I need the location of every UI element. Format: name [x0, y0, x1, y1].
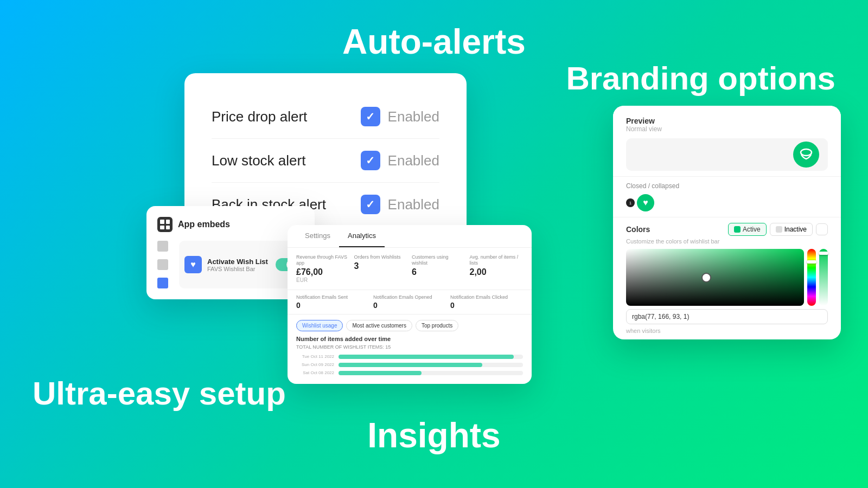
enabled-stock: Enabled: [388, 152, 439, 169]
stat-revenue: Revenue through FAVS app £76,00 EUR: [296, 254, 350, 283]
checkbox-stock[interactable]: ✓: [361, 151, 380, 170]
color-input-row: [626, 309, 828, 324]
notif-clicked: Notification Emails Clicked 0: [450, 294, 523, 310]
notif-sent-label: Notification Emails Sent: [296, 294, 369, 300]
dot2: [166, 220, 170, 224]
branding-card: Preview Normal view Closed / collapsed 1…: [613, 106, 841, 339]
extra-color-btn[interactable]: [816, 223, 828, 235]
embeds-header: App embeds: [157, 217, 304, 232]
branding-preview-section: Preview Normal view: [613, 106, 841, 176]
hue-handle[interactable]: [807, 260, 816, 264]
stat-avg: Avg. number of items / lists 2,00: [470, 254, 524, 283]
alert-label-price: Price drop alert: [212, 108, 307, 125]
stat-orders-value: 3: [354, 261, 408, 271]
analytics-notif: Notification Emails Sent 0 Notification …: [288, 290, 532, 315]
chart-tab-customers[interactable]: Most active customers: [346, 320, 412, 331]
stat-customers-label: Customers using wishlist: [412, 254, 465, 266]
embeds-item-name: Activate Wish List: [207, 258, 270, 266]
stat-customers-value: 6: [412, 267, 465, 277]
stat-revenue-sub: EUR: [296, 277, 350, 283]
colors-section: Colors Active Inactive Customize the col…: [613, 217, 841, 339]
wish-list-icon: ♥: [184, 256, 202, 273]
more-text: when visitors: [626, 328, 828, 334]
nav-icon-1[interactable]: [157, 241, 168, 252]
nav-icon-2[interactable]: [157, 259, 168, 270]
inactive-swatch: [776, 226, 782, 233]
alert-right-back: ✓ Enabled: [361, 195, 439, 214]
chart-row-3: Sat Oct 08 2022: [296, 370, 523, 375]
preview-mockup: [626, 138, 828, 171]
chart-bar-2: [339, 363, 482, 367]
embeds-sidebar: ♥ Activate Wish List FAVS Wishlist Bar: [157, 241, 304, 288]
checkbox-price[interactable]: ✓: [361, 107, 380, 126]
embeds-item-text: Activate Wish List FAVS Wishlist Bar: [207, 258, 270, 272]
chart-bar-1: [339, 355, 514, 359]
embeds-item-sub: FAVS Wishlist Bar: [207, 266, 270, 272]
collapsed-icons: 1 ♥: [626, 194, 828, 211]
chart-bar-3: [339, 371, 422, 375]
analytics-stats: Revenue through FAVS app £76,00 EUR Orde…: [288, 248, 532, 290]
stat-orders: Orders from Wishlists 3: [354, 254, 408, 283]
analytics-tabs: Settings Analytics: [288, 225, 532, 248]
notif-sent: Notification Emails Sent 0: [296, 294, 369, 310]
notif-sent-value: 0: [296, 301, 369, 310]
chart-bar-bg-3: [339, 371, 523, 375]
dot4: [166, 226, 170, 230]
chart-subtitle: TOTAL NUMBER OF WISHLIST ITEMS: 15: [296, 344, 523, 350]
hue-strip[interactable]: [807, 249, 816, 306]
chart-tab-products[interactable]: Top products: [416, 320, 458, 331]
colors-desc: Customize the colors of wishlist bar: [626, 238, 828, 245]
branding-options-title: Branding options: [566, 60, 835, 97]
checkbox-back[interactable]: ✓: [361, 195, 380, 214]
notif-opened-label: Notification Emails Opened: [373, 294, 446, 300]
colors-toggle-group: Active Inactive: [728, 223, 828, 236]
embeds-item: ♥ Activate Wish List FAVS Wishlist Bar: [179, 241, 304, 288]
active-btn-label: Active: [743, 226, 761, 233]
color-gradient-area[interactable]: [626, 249, 804, 306]
notif-clicked-label: Notification Emails Clicked: [450, 294, 523, 300]
color-value-input[interactable]: [626, 309, 828, 324]
enabled-back: Enabled: [388, 196, 439, 213]
chart-date-2: Sun Oct 09 2022: [296, 362, 334, 367]
setup-title: Ultra-easy setup: [33, 375, 286, 412]
enabled-price: Enabled: [388, 108, 439, 125]
analytics-card: Settings Analytics Revenue through FAVS …: [288, 225, 532, 384]
alpha-handle[interactable]: [819, 252, 828, 255]
tab-analytics[interactable]: Analytics: [339, 225, 385, 247]
active-swatch: [734, 226, 741, 233]
dot-badge: 1: [626, 198, 635, 207]
notif-clicked-value: 0: [450, 301, 523, 310]
embeds-grid-icon: [157, 217, 173, 232]
colors-header: Colors Active Inactive: [626, 223, 828, 236]
gradient-handle[interactable]: [703, 274, 710, 281]
alert-label-stock: Low stock alert: [212, 152, 305, 169]
color-picker-area[interactable]: [626, 249, 828, 306]
stat-avg-label: Avg. number of items / lists: [470, 254, 524, 266]
embeds-nav: [157, 241, 174, 288]
stat-revenue-value: £76,00: [296, 267, 350, 277]
preview-sublabel: Normal view: [626, 125, 828, 133]
stat-customers: Customers using wishlist 6: [412, 254, 465, 283]
alpha-strip[interactable]: [819, 249, 828, 306]
auto-alerts-title: Auto-alerts: [342, 22, 526, 62]
active-color-btn[interactable]: Active: [728, 223, 767, 236]
stat-orders-label: Orders from Wishlists: [354, 254, 408, 260]
chart-date-1: Tue Oct 11 2022: [296, 354, 334, 359]
notif-opened-value: 0: [373, 301, 446, 310]
inactive-btn-label: Inactive: [784, 226, 807, 233]
inactive-color-btn[interactable]: Inactive: [770, 223, 813, 236]
chart-tab-usage[interactable]: Wishlist usage: [296, 320, 343, 331]
colors-title: Colors: [626, 225, 650, 234]
alert-row-price: Price drop alert ✓ Enabled: [212, 95, 439, 139]
analytics-chart-area: Wishlist usage Most active customers Top…: [288, 314, 532, 384]
nav-icon-3[interactable]: [157, 278, 168, 288]
notif-opened: Notification Emails Opened 0: [373, 294, 446, 310]
alert-right-price: ✓ Enabled: [361, 107, 439, 126]
dot1: [160, 220, 164, 224]
chart-tabs: Wishlist usage Most active customers Top…: [296, 320, 523, 331]
stat-revenue-label: Revenue through FAVS app: [296, 254, 350, 266]
tab-settings[interactable]: Settings: [296, 225, 339, 247]
insights-title: Insights: [367, 415, 500, 455]
alert-row-stock: Low stock alert ✓ Enabled: [212, 139, 439, 183]
heart-icon: ♥: [637, 194, 654, 211]
